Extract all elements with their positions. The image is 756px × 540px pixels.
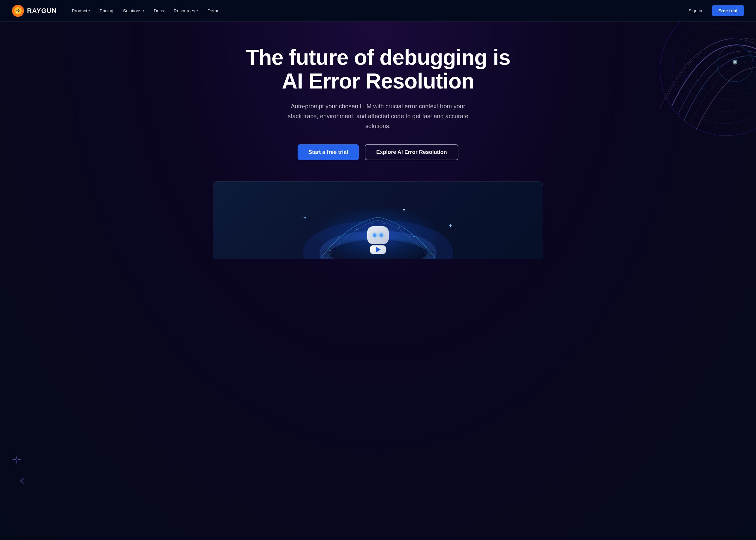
chevron-down-icon: ▾ xyxy=(143,9,144,12)
svg-point-20 xyxy=(426,247,427,248)
nav-item-product[interactable]: Product ▾ xyxy=(67,6,94,16)
nav-item-solutions[interactable]: Solutions ▾ xyxy=(119,6,149,16)
hero-cta-buttons: Start a free trial Explore AI Error Reso… xyxy=(246,144,510,160)
chevron-down-icon: ▾ xyxy=(196,9,198,12)
logo-icon xyxy=(12,5,24,17)
nav-link-demo[interactable]: Demo xyxy=(203,6,224,16)
nav-item-demo[interactable]: Demo xyxy=(203,6,224,16)
hero-section: The future of debugging is AI Error Reso… xyxy=(0,22,756,540)
start-free-trial-button[interactable]: Start a free trial xyxy=(298,144,359,160)
sparkle-top: ✦ xyxy=(402,207,406,213)
navbar: RAYGUN Product ▾ Pricing Solutions ▾ xyxy=(0,0,756,22)
nav-link-solutions[interactable]: Solutions ▾ xyxy=(119,6,149,16)
sparkle-right: ✦ xyxy=(448,222,453,229)
arrow-decoration xyxy=(19,477,25,486)
hero-content: The future of debugging is AI Error Reso… xyxy=(246,46,510,160)
sparkle-decoration xyxy=(11,454,23,468)
free-trial-nav-button[interactable]: Free trial xyxy=(712,5,744,16)
robot-figure xyxy=(363,226,393,259)
explore-ai-button[interactable]: Explore AI Error Resolution xyxy=(365,144,458,160)
chevron-down-icon: ▾ xyxy=(88,9,90,12)
nav-item-docs[interactable]: Docs xyxy=(150,6,168,16)
nav-link-product[interactable]: Product ▾ xyxy=(67,6,94,16)
svg-point-19 xyxy=(413,236,415,237)
svg-point-18 xyxy=(399,227,400,228)
nav-menu: Product ▾ Pricing Solutions ▾ Docs xyxy=(67,6,223,16)
svg-point-16 xyxy=(372,223,373,224)
svg-point-3 xyxy=(660,22,756,136)
svg-point-13 xyxy=(329,250,330,251)
svg-point-8 xyxy=(708,37,756,90)
brand-name: RAYGUN xyxy=(27,7,57,15)
logo-link[interactable]: RAYGUN xyxy=(12,5,57,17)
robot-eye-left xyxy=(373,233,376,237)
robot-eye-right xyxy=(380,233,383,237)
svg-point-6 xyxy=(696,40,756,100)
robot-body-wrap xyxy=(363,244,393,254)
nav-link-resources[interactable]: Resources ▾ xyxy=(170,6,202,16)
svg-point-15 xyxy=(356,228,358,230)
robot-body xyxy=(370,245,386,254)
robot-head xyxy=(367,226,389,244)
navbar-left: RAYGUN Product ▾ Pricing Solutions ▾ xyxy=(12,5,224,17)
nav-item-pricing[interactable]: Pricing xyxy=(95,6,118,16)
svg-point-14 xyxy=(342,238,343,239)
nav-item-resources[interactable]: Resources ▾ xyxy=(170,6,202,16)
signin-button[interactable]: Sign in xyxy=(684,6,707,16)
nav-link-pricing[interactable]: Pricing xyxy=(95,6,118,16)
hero-orb-decoration xyxy=(636,22,756,160)
play-icon xyxy=(376,247,381,252)
hero-preview: ✦ ✦ ✦ xyxy=(213,181,543,259)
navbar-right: Sign in Free trial xyxy=(684,5,744,16)
sparkle-left-preview: ✦ xyxy=(303,215,307,220)
preview-card: ✦ ✦ ✦ xyxy=(213,181,543,259)
hero-title: The future of debugging is AI Error Reso… xyxy=(246,46,510,93)
svg-point-17 xyxy=(383,222,385,224)
nav-link-docs[interactable]: Docs xyxy=(150,6,168,16)
svg-point-10 xyxy=(734,61,736,63)
hero-subtitle: Auto-prompt your chosen LLM with crucial… xyxy=(285,101,471,131)
